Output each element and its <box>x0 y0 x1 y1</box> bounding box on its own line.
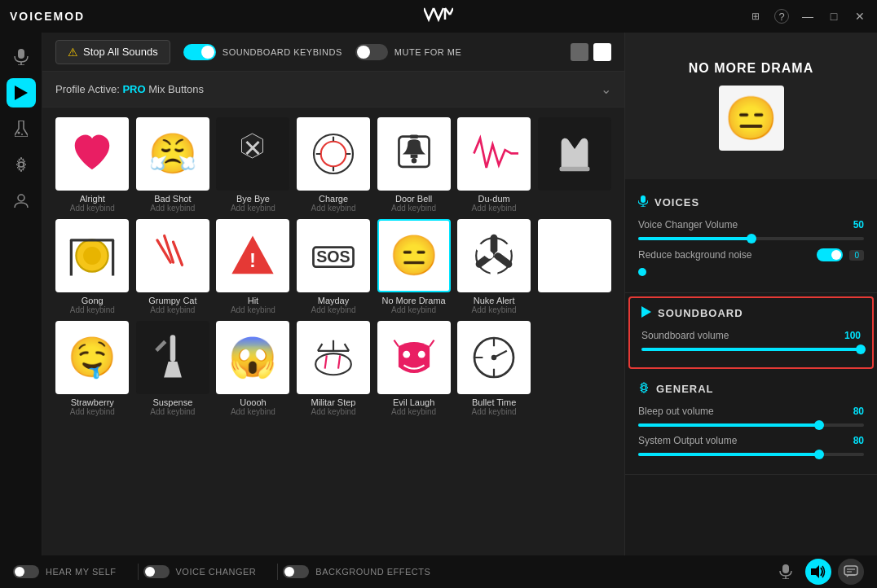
sound-card-uoooh[interactable]: 😱 Uoooh Add keybind <box>216 321 290 416</box>
settings-scroll: VOICES Voice Changer Volume 50 Reduce ba… <box>625 179 877 588</box>
background-effects-group: BACKGROUND EFFECTS <box>283 565 430 578</box>
svg-rect-3 <box>18 49 24 59</box>
sound-card-hit[interactable]: ! Hit Add keybind <box>216 219 290 314</box>
sound-card-bullet-time[interactable]: Bullet Time Add keybind <box>457 321 531 416</box>
svg-line-37 <box>318 344 322 351</box>
general-section: GENERAL Bleep out volume 80 System Outpu… <box>625 372 877 475</box>
sound-card-du-dum[interactable]: Du-dum Add keybind <box>457 117 531 213</box>
soundboard-volume-slider[interactable] <box>641 348 861 351</box>
soundboard-keybinds-toggle-group: SOUNDBOARD KEYBINDS <box>183 44 342 60</box>
svg-rect-15 <box>410 155 417 158</box>
sidebar-item-settings[interactable] <box>7 150 36 179</box>
sound-card-alright[interactable]: Alright Add keybind <box>55 117 130 213</box>
stop-all-sounds-button[interactable]: ⚠ Stop All Sounds <box>55 40 170 64</box>
gear-section-icon <box>638 382 650 396</box>
soundboard-volume-row: Soundboard volume 100 <box>641 330 861 341</box>
sound-card-nuke-alert[interactable]: Nuke Alert Add keybind <box>457 219 531 314</box>
soundboard-section: SOUNDBOARD Soundboard volume 100 <box>628 296 874 369</box>
svg-point-11 <box>18 195 24 201</box>
svg-point-13 <box>321 142 346 167</box>
sound-card-evil-laugh[interactable]: Evil Laugh Add keybind <box>377 321 451 416</box>
background-effects-toggle[interactable] <box>283 565 309 578</box>
sound-card-7[interactable] <box>537 117 611 213</box>
sidebar-item-profile[interactable] <box>7 186 36 215</box>
sound-card-charge[interactable]: Charge Add keybind <box>297 117 371 213</box>
svg-rect-49 <box>641 195 646 203</box>
svg-line-40 <box>338 355 340 368</box>
preview-title: NO MORE DRAMA <box>689 61 813 76</box>
svg-point-41 <box>403 351 410 358</box>
hear-myself-group: HEAR MY SELF <box>13 565 117 578</box>
sound-card-mayday[interactable]: SOS Mayday Add keybind <box>297 219 371 314</box>
vm-icon <box>424 7 453 27</box>
color-swatch-gray[interactable] <box>571 43 588 61</box>
soundboard-section-icon <box>641 306 651 320</box>
mute-for-me-toggle[interactable] <box>355 44 388 60</box>
sound-card-no-more-drama[interactable]: 😑 No More Drama Add keybind <box>377 219 451 314</box>
help-button[interactable]: ? <box>774 9 789 24</box>
bottom-mic-button[interactable] <box>773 559 799 585</box>
app-layout: » ⚠ Stop All Sounds SOUNDBOARD KEYBINDS … <box>0 33 877 588</box>
svg-rect-54 <box>782 564 789 573</box>
profile-bar[interactable]: Profile Active: PRO Mix Buttons ⌄ <box>42 72 624 108</box>
sound-card-strawberry[interactable]: 🤤 Strawberry Add keybind <box>55 321 130 416</box>
sound-card-militar-step[interactable]: Militar Step Add keybind <box>297 321 371 416</box>
voice-changer-group: VOICE CHANGER <box>143 565 257 578</box>
sidebar-item-lab[interactable] <box>7 114 36 143</box>
voice-changer-slider[interactable] <box>638 237 864 240</box>
maximize-button[interactable]: □ <box>826 9 841 24</box>
color-swatch-white[interactable] <box>593 43 611 61</box>
reduce-bg-noise-toggle[interactable] <box>817 248 843 261</box>
sidebar-item-soundboard[interactable] <box>7 78 36 108</box>
bottom-icons <box>773 559 864 585</box>
svg-text:!: ! <box>249 249 256 271</box>
svg-marker-52 <box>641 306 651 318</box>
sound-card-bye-bye[interactable]: Bye Bye Add keybind <box>216 117 290 213</box>
app-logo: VOICEMOD <box>10 10 85 23</box>
svg-point-53 <box>642 386 646 390</box>
bg-noise-indicator <box>638 268 646 276</box>
reduce-bg-noise-row: Reduce background noise 0 <box>638 248 864 261</box>
svg-point-34 <box>315 353 351 375</box>
separator-2 <box>277 564 278 580</box>
profile-dropdown-chevron: ⌄ <box>601 81 611 97</box>
bleep-out-volume-row: Bleep out volume 80 <box>638 406 864 417</box>
hear-myself-toggle[interactable] <box>13 565 39 578</box>
sound-card-door-bell[interactable]: Door Bell Add keybind <box>377 117 451 213</box>
sound-grid-container: Alright Add keybind 😤 Bad Shot Add keybi… <box>42 108 624 588</box>
sidebar: » <box>0 33 42 588</box>
close-button[interactable]: ✕ <box>853 9 867 24</box>
svg-rect-33 <box>170 335 176 362</box>
sound-card-grumpy-cat[interactable]: Grumpy Cat Add keybind <box>136 219 210 314</box>
sidebar-item-mic[interactable] <box>7 42 36 72</box>
titlebar: VOICEMOD ⊞ ? — □ ✕ <box>0 0 877 33</box>
sound-card-gong[interactable]: Gong Add keybind <box>55 219 130 314</box>
svg-line-48 <box>494 351 507 358</box>
svg-line-38 <box>345 344 349 351</box>
bottom-volume-button[interactable] <box>805 559 831 585</box>
system-output-volume-row: System Output volume 80 <box>638 435 864 446</box>
bottom-chat-button[interactable] <box>838 559 864 585</box>
svg-rect-58 <box>844 566 857 575</box>
voice-changer-toggle[interactable] <box>143 565 170 578</box>
main-content: ⚠ Stop All Sounds SOUNDBOARD KEYBINDS MU… <box>42 33 624 588</box>
sound-card-bad-shot[interactable]: 😤 Bad Shot Add keybind <box>136 117 210 213</box>
soundboard-keybinds-toggle[interactable] <box>183 44 216 60</box>
svg-point-42 <box>417 351 425 358</box>
system-output-slider[interactable] <box>638 453 864 456</box>
sound-card-empty[interactable] <box>537 219 611 314</box>
mic-section-icon <box>638 195 648 209</box>
window-controls: ⊞ ? — □ ✕ <box>748 9 867 24</box>
svg-rect-17 <box>409 135 418 138</box>
sound-card-suspense[interactable]: Suspense Add keybind <box>136 321 210 416</box>
svg-point-8 <box>17 132 20 134</box>
toolbar: ⚠ Stop All Sounds SOUNDBOARD KEYBINDS MU… <box>42 33 624 72</box>
voice-changer-volume-row: Voice Changer Volume 50 <box>638 219 864 230</box>
right-panel: NO MORE DRAMA 😑 VOICES <box>624 33 877 588</box>
minimize-button[interactable]: — <box>800 9 815 24</box>
taskbar-icon[interactable]: ⊞ <box>748 9 763 24</box>
svg-point-20 <box>83 247 101 265</box>
svg-point-10 <box>19 162 24 167</box>
bleep-out-slider[interactable] <box>638 423 864 427</box>
preview-image: 😑 <box>719 86 784 151</box>
